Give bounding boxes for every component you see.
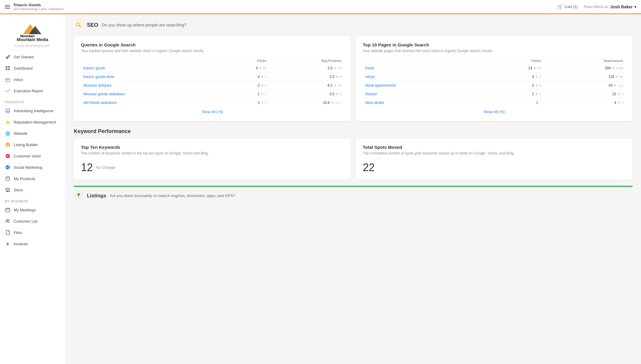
sidebar-item-label: Get Started <box>14 55 33 59</box>
svg-line-35 <box>79 26 81 27</box>
sidebar-item-store[interactable]: Store <box>0 184 65 196</box>
sidebar-item-label: Advertising Intelligence <box>14 109 54 113</box>
svg-rect-27 <box>6 208 10 212</box>
sidebar-item-label: My Products <box>14 176 35 181</box>
user-as-label: Rylan Morris as <box>584 5 608 9</box>
clicks-change: ▼ 2 <box>261 92 267 96</box>
impressions-cell: 15 ▼ 7 <box>543 90 626 98</box>
query-col-header <box>81 58 222 64</box>
svg-point-16 <box>6 165 10 169</box>
sidebar-item-my-meetings[interactable]: My Meetings <box>0 204 65 215</box>
total-spots-card: Total Spots Moved The cumulative number … <box>356 139 633 180</box>
grid-icon <box>5 65 11 71</box>
chevron-down-icon: ▾ <box>634 5 636 9</box>
clicks-cell: 2 ▼ 3 <box>484 81 543 90</box>
queries-show-all[interactable]: Show All (+5) <box>81 107 344 115</box>
box-icon <box>5 176 11 182</box>
listings-title: Listings <box>87 193 106 199</box>
page-cell[interactable]: /book-appointment/ <box>363 81 484 90</box>
svg-text:AI: AI <box>7 110 9 113</box>
top-ten-title: Top Ten Keywords <box>81 145 344 150</box>
total-spots-value: 22 <box>363 161 626 174</box>
clicks-change: ▼ 2 <box>261 101 267 104</box>
table-row: sell fossils saskatoon 1 ▼ 2 10.6 ▼ 53.7 <box>81 98 344 107</box>
sidebar-item-inbox[interactable]: Inbox <box>0 74 65 85</box>
pos-change: ▼ 10 <box>334 66 341 70</box>
svg-rect-14 <box>7 145 9 146</box>
main-content: SEO Do you show up where people are sear… <box>65 14 641 364</box>
sidebar-item-get-started[interactable]: 🚀 Get Started <box>0 51 65 63</box>
sidebar-item-advertising[interactable]: AI Advertising Intelligence <box>0 105 65 116</box>
page-cell[interactable]: /dino-skulls/ <box>363 98 484 107</box>
top-ten-keywords-card: Top Ten Keywords The number of keywords … <box>74 139 351 180</box>
sidebar-item-label: Listing Builder <box>14 143 38 147</box>
ad-icon: AI <box>5 108 11 114</box>
pos-change: ▼ 8 <box>335 92 341 96</box>
sidebar-item-reputation[interactable]: ⭐ Reputation Management <box>0 116 65 128</box>
user-info[interactable]: Rylan Morris as Josh Baker ▾ <box>584 4 636 9</box>
chart-line-icon <box>5 88 11 94</box>
query-cell[interactable]: triascic goods store <box>81 72 222 81</box>
google-queries-card: Queries in Google Search Your tracked qu… <box>74 36 351 121</box>
share-icon <box>5 164 11 170</box>
avgpos-cell: 2.0 ▼ 10 <box>269 64 344 72</box>
query-cell[interactable]: triascic goods <box>81 64 222 72</box>
sidebar-item-dashboard[interactable]: Dashboard <box>0 63 65 74</box>
seo-icon <box>74 20 83 30</box>
query-cell[interactable]: sell fossils saskatoon <box>81 98 222 107</box>
top10-pages-table: Clicks Impressions home 14 ▼ 64 284 ▼ 10… <box>363 58 626 107</box>
listings-header: 📍 Listings Are you listed accurately on … <box>74 191 633 201</box>
sidebar-item-social-marketing[interactable]: Social Marketing <box>0 162 65 173</box>
table-row: /shop/ 3 ▼ 1 126 ▼ 85 <box>363 72 626 81</box>
clicks-change: ▼ 1 <box>261 75 267 79</box>
svg-rect-12 <box>7 144 9 144</box>
cart-icon: 🛒 <box>557 4 563 10</box>
clicks-col-header: Clicks <box>484 58 543 64</box>
google-queries-table: Clicks Avg Position triascic goods 4 ▼ 1… <box>81 58 344 107</box>
menu-button[interactable] <box>5 5 10 9</box>
cart-button[interactable]: 🛒 Cart (1) <box>557 4 578 10</box>
page-cell[interactable]: /fossils/ <box>363 90 484 98</box>
page-cell[interactable]: /shop/ <box>363 72 484 81</box>
pos-change: ▼ 53.7 <box>331 101 341 104</box>
clicks-change: ▼ 15 <box>259 66 267 70</box>
sidebar-item-label: Customer Voice <box>14 154 41 158</box>
page-cell[interactable]: home <box>363 64 484 72</box>
table-row: dinosaur goods saskatoon 1 ▼ 2 2.0 ▼ 8 <box>81 90 344 98</box>
sidebar-item-customer-list[interactable]: Customer List <box>0 215 65 227</box>
sidebar-item-customer-voice[interactable]: Customer Voice <box>0 150 65 162</box>
query-cell[interactable]: dinosaur antiques <box>81 81 222 90</box>
google-queries-subtitle: Your tracked queries and their website c… <box>81 49 344 54</box>
sidebar-item-label: Dashboard <box>14 66 33 71</box>
rocket-icon: 🚀 <box>5 54 11 60</box>
pages-show-all[interactable]: Show All (+5) <box>363 107 626 115</box>
svg-rect-4 <box>6 66 7 68</box>
listings-bar <box>74 186 633 187</box>
impressions-cell: 4 ▼ 7 <box>543 98 626 107</box>
star-icon: ⭐ <box>5 119 11 125</box>
keyword-performance-row: Top Ten Keywords The number of keywords … <box>74 139 633 180</box>
svg-point-32 <box>8 220 10 221</box>
sidebar-item-executive-report[interactable]: Executive Report <box>0 85 65 96</box>
sidebar-item-website[interactable]: 🌐 Website <box>0 128 65 139</box>
pos-change: ▼ 6 <box>335 75 341 79</box>
impressions-col-header: Impressions <box>543 58 626 64</box>
clicks-change: ▼ 6 <box>261 84 267 87</box>
google-data-row: Queries in Google Search Your tracked qu… <box>74 36 633 121</box>
query-cell[interactable]: dinosaur goods saskatoon <box>81 90 222 98</box>
sidebar-item-files[interactable]: Files <box>0 227 65 238</box>
sidebar-item-invoices[interactable]: $ Invoices <box>0 238 65 249</box>
inbox-icon <box>5 76 11 82</box>
impressions-cell: 43 ▼ 110 <box>543 81 626 90</box>
total-spots-title: Total Spots Moved <box>363 145 626 150</box>
globe-icon: 🌐 <box>5 130 11 136</box>
sidebar-item-label: Invoices <box>14 242 28 246</box>
sidebar-item-label: Files <box>14 230 22 235</box>
table-row: home 14 ▼ 64 284 ▼ 1044 <box>363 64 626 72</box>
sidebar: Mountain Mountain Mountain Media YOUR BU… <box>0 14 65 364</box>
sidebar-item-listing-builder[interactable]: Listing Builder <box>0 139 65 150</box>
top-ten-change: No Change <box>96 165 115 170</box>
sidebar-item-label: Website <box>14 131 28 136</box>
sidebar-item-my-products[interactable]: My Products <box>0 173 65 184</box>
clicks-cell: 3 ▼ 1 <box>484 72 543 81</box>
